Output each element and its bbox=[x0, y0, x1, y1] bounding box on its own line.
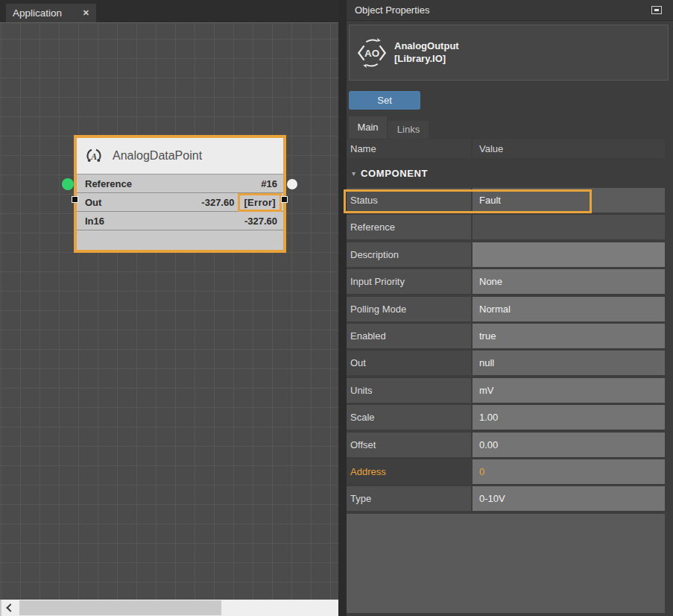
property-value[interactable]: true bbox=[473, 324, 665, 348]
property-row-out: Outnull bbox=[347, 351, 665, 375]
property-value[interactable]: None bbox=[473, 269, 665, 294]
scrollbar-thumb[interactable] bbox=[19, 600, 221, 615]
property-row-type: Type0-10V bbox=[347, 486, 665, 511]
analog-point-icon: A bbox=[84, 146, 104, 166]
object-properties-panel: Object Properties AO AnalogOutput [Libra… bbox=[347, 0, 673, 616]
tab-label: Application bbox=[13, 7, 83, 19]
object-header: AO AnalogOutput [Library.IO] bbox=[349, 25, 669, 81]
node-analog-data-point[interactable]: A AnalogDataPoint Reference#16Out-327.60… bbox=[74, 135, 286, 253]
selection-handle-right[interactable] bbox=[281, 196, 288, 203]
tab-bar: Application ✕ bbox=[0, 0, 338, 22]
property-row-enabled: Enabledtrue bbox=[347, 324, 665, 348]
set-button[interactable]: Set bbox=[349, 91, 420, 110]
column-name[interactable]: Name bbox=[347, 139, 471, 158]
section-component[interactable]: ▾ COMPONENT bbox=[347, 158, 665, 188]
property-row-reference: Reference bbox=[347, 215, 665, 239]
property-value[interactable]: mV bbox=[473, 378, 665, 403]
tab-links[interactable]: Links bbox=[388, 121, 429, 139]
grid-empty-area bbox=[347, 514, 665, 613]
collapse-icon[interactable]: ▾ bbox=[352, 169, 356, 177]
object-library: [Library.IO] bbox=[394, 52, 459, 65]
property-row-scale: Scale1.00 bbox=[347, 405, 665, 430]
property-name[interactable]: Out bbox=[347, 351, 471, 375]
property-value[interactable] bbox=[473, 242, 665, 267]
output-port-icon[interactable] bbox=[287, 179, 297, 189]
input-port-icon[interactable] bbox=[62, 178, 74, 190]
property-row-offset: Offset0.00 bbox=[347, 433, 665, 457]
wiresheet-pane: Application ✕ A AnalogDataPoint Referenc… bbox=[0, 0, 338, 616]
property-value[interactable] bbox=[473, 215, 665, 239]
property-name[interactable]: Type bbox=[347, 486, 471, 511]
slot-label: Reference bbox=[85, 178, 132, 189]
tab-application[interactable]: Application ✕ bbox=[6, 4, 96, 22]
property-name[interactable]: Offset bbox=[347, 433, 471, 457]
panel-title: Object Properties bbox=[355, 4, 429, 16]
node-slot-out[interactable]: Out-327.60[Error] bbox=[77, 193, 283, 212]
slot-value: #16 bbox=[261, 178, 277, 189]
property-name[interactable]: Units bbox=[347, 378, 471, 403]
property-row-input-priority: Input PriorityNone bbox=[347, 269, 665, 294]
slot-value: -327.60 bbox=[244, 216, 277, 227]
panel-titlebar: Object Properties bbox=[347, 0, 673, 21]
grid-header: Name Value bbox=[347, 139, 665, 158]
slot-label: In16 bbox=[85, 216, 104, 227]
slot-value: -327.60 bbox=[201, 197, 234, 208]
property-name[interactable]: Input Priority bbox=[347, 269, 471, 294]
property-name[interactable]: Reference bbox=[347, 215, 471, 239]
property-name[interactable]: Address bbox=[347, 459, 471, 484]
section-label: COMPONENT bbox=[361, 168, 428, 179]
scroll-left-icon[interactable] bbox=[6, 603, 14, 612]
wiresheet-canvas[interactable]: A AnalogDataPoint Reference#16Out-327.60… bbox=[0, 22, 338, 600]
property-row-address: Address0 bbox=[347, 459, 665, 484]
property-name[interactable]: Enabled bbox=[347, 324, 471, 348]
node-slot-in16[interactable]: In16-327.60 bbox=[77, 212, 283, 230]
property-value[interactable]: 0-10V bbox=[473, 486, 665, 511]
tab-main[interactable]: Main bbox=[349, 116, 387, 139]
dock-icon[interactable] bbox=[651, 6, 662, 14]
node-title: AnalogDataPoint bbox=[113, 149, 202, 163]
object-name: AnalogOutput bbox=[394, 40, 459, 52]
node-slot-reference[interactable]: Reference#16 bbox=[77, 175, 283, 193]
property-name[interactable]: Description bbox=[347, 242, 471, 267]
error-badge: [Error] bbox=[238, 193, 282, 212]
node-header: A AnalogDataPoint bbox=[77, 138, 283, 175]
property-row-units: UnitsmV bbox=[347, 378, 665, 403]
column-value[interactable]: Value bbox=[473, 139, 665, 158]
property-value[interactable]: Normal bbox=[473, 297, 665, 321]
close-icon[interactable]: ✕ bbox=[83, 8, 89, 18]
property-value[interactable]: 0 bbox=[473, 459, 665, 484]
property-value[interactable]: null bbox=[473, 351, 665, 375]
status-highlight-box bbox=[344, 189, 592, 213]
analog-output-icon: AO bbox=[356, 37, 388, 69]
property-row-polling-mode: Polling ModeNormal bbox=[347, 297, 665, 321]
selection-handle-left[interactable] bbox=[72, 196, 78, 203]
property-name[interactable]: Polling Mode bbox=[347, 297, 471, 321]
horizontal-scrollbar[interactable] bbox=[0, 600, 338, 616]
svg-text:A: A bbox=[90, 152, 97, 161]
slot-label: Out bbox=[85, 197, 101, 208]
svg-text:AO: AO bbox=[364, 48, 379, 59]
property-name[interactable]: Scale bbox=[347, 405, 471, 430]
property-value[interactable]: 1.00 bbox=[473, 405, 665, 430]
property-value[interactable]: 0.00 bbox=[473, 433, 665, 457]
property-row-description: Description bbox=[347, 242, 665, 267]
